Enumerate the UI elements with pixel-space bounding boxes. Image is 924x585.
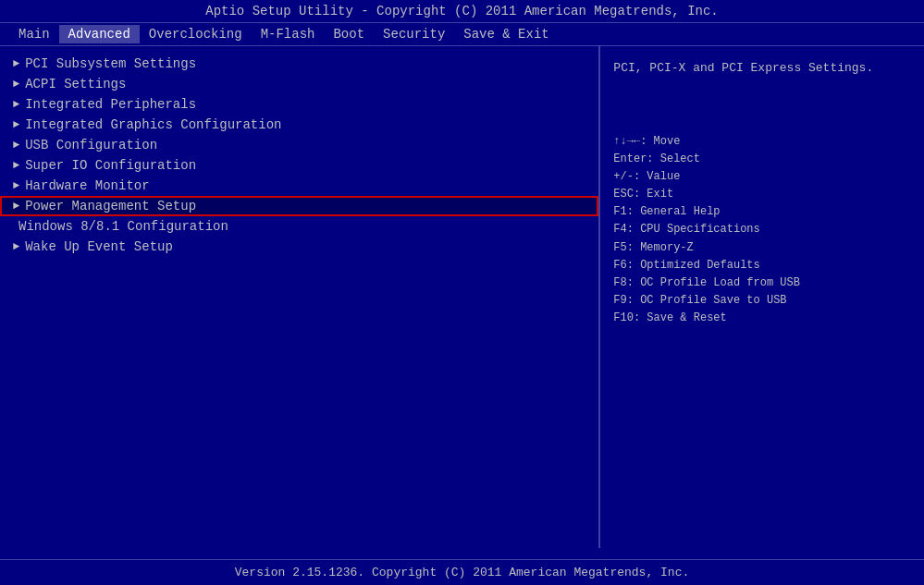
bottom-bar: Version 2.15.1236. Copyright (C) 2011 Am… xyxy=(0,559,924,585)
submenu-arrow-icon: ► xyxy=(13,57,19,70)
keybind-item: F10: Save & Reset xyxy=(613,310,911,327)
entry-label: Power Management Setup xyxy=(25,199,196,213)
bottom-text: Version 2.15.1236. Copyright (C) 2011 Am… xyxy=(235,566,689,579)
keybind-item: F1: General Help xyxy=(613,203,911,221)
menu-item-overclocking[interactable]: Overclocking xyxy=(140,25,252,43)
submenu-arrow-icon: ► xyxy=(13,118,19,131)
entry-label: ACPI Settings xyxy=(25,77,126,91)
menu-entry-integrated-graphics-configuration[interactable]: ►Integrated Graphics Configuration xyxy=(0,115,598,135)
entry-label: USB Configuration xyxy=(25,138,157,152)
menu-item-main[interactable]: Main xyxy=(9,25,59,43)
keybind-item: F6: Optimized Defaults xyxy=(613,257,911,274)
keybind-section: ↑↓→←: MoveEnter: Select+/-: ValueESC: Ex… xyxy=(613,133,911,328)
keybind-item: F9: OC Profile Save to USB xyxy=(613,292,911,310)
submenu-arrow-icon: ► xyxy=(13,78,19,91)
title-bar: Aptio Setup Utility - Copyright (C) 2011… xyxy=(0,0,924,23)
entry-label: PCI Subsystem Settings xyxy=(25,56,196,71)
menu-entry-windows-881-configuration[interactable]: Windows 8/8.1 Configuration xyxy=(0,216,598,237)
entry-label: Integrated Graphics Configuration xyxy=(25,117,281,132)
left-panel: ►PCI Subsystem Settings►ACPI Settings►In… xyxy=(0,46,600,548)
keybind-item: ↑↓→←: Move xyxy=(613,133,911,151)
entry-label: Wake Up Event Setup xyxy=(25,239,173,254)
submenu-arrow-icon: ► xyxy=(13,139,19,152)
menu-item-security[interactable]: Security xyxy=(374,25,454,43)
menu-entry-usb-configuration[interactable]: ►USB Configuration xyxy=(0,135,598,155)
menu-entry-super-io-configuration[interactable]: ►Super IO Configuration xyxy=(0,155,598,176)
menu-item-boot[interactable]: Boot xyxy=(324,25,374,43)
submenu-arrow-icon: ► xyxy=(13,200,19,213)
keybind-item: F4: CPU Specifications xyxy=(613,221,911,238)
menu-entry-power-management-setup[interactable]: ►Power Management Setup xyxy=(0,196,598,216)
submenu-arrow-icon: ► xyxy=(13,98,19,111)
menu-entry-acpi-settings[interactable]: ►ACPI Settings xyxy=(0,74,598,94)
entry-label: Hardware Monitor xyxy=(25,178,149,193)
submenu-arrow-icon: ► xyxy=(13,240,19,253)
keybind-item: Enter: Select xyxy=(613,151,911,168)
menu-item-save--exit[interactable]: Save & Exit xyxy=(454,25,558,43)
menu-item-m-flash[interactable]: M-Flash xyxy=(252,25,325,43)
entry-label: Integrated Peripherals xyxy=(25,97,196,112)
keybind-item: F8: OC Profile Load from USB xyxy=(613,274,911,292)
title-text: Aptio Setup Utility - Copyright (C) 2011… xyxy=(205,4,719,18)
menu-entry-hardware-monitor[interactable]: ►Hardware Monitor xyxy=(0,176,598,196)
help-text: PCI, PCI-X and PCI Express Settings. xyxy=(613,59,911,78)
entry-label: Super IO Configuration xyxy=(25,158,196,173)
submenu-arrow-icon: ► xyxy=(13,159,19,172)
right-panel: PCI, PCI-X and PCI Express Settings. ↑↓→… xyxy=(600,46,924,548)
entry-label: Windows 8/8.1 Configuration xyxy=(18,219,228,234)
submenu-arrow-icon: ► xyxy=(13,179,19,192)
keybind-item: ESC: Exit xyxy=(613,186,911,203)
menu-entry-integrated-peripherals[interactable]: ►Integrated Peripherals xyxy=(0,94,598,115)
main-content: ►PCI Subsystem Settings►ACPI Settings►In… xyxy=(0,46,924,548)
menu-bar: MainAdvancedOverclockingM-FlashBootSecur… xyxy=(0,23,924,46)
menu-item-advanced[interactable]: Advanced xyxy=(59,25,140,43)
keybind-item: F5: Memory-Z xyxy=(613,239,911,257)
keybind-item: +/-: Value xyxy=(613,168,911,186)
menu-entry-pci-subsystem-settings[interactable]: ►PCI Subsystem Settings xyxy=(0,54,598,74)
menu-entry-wake-up-event-setup[interactable]: ►Wake Up Event Setup xyxy=(0,237,598,257)
